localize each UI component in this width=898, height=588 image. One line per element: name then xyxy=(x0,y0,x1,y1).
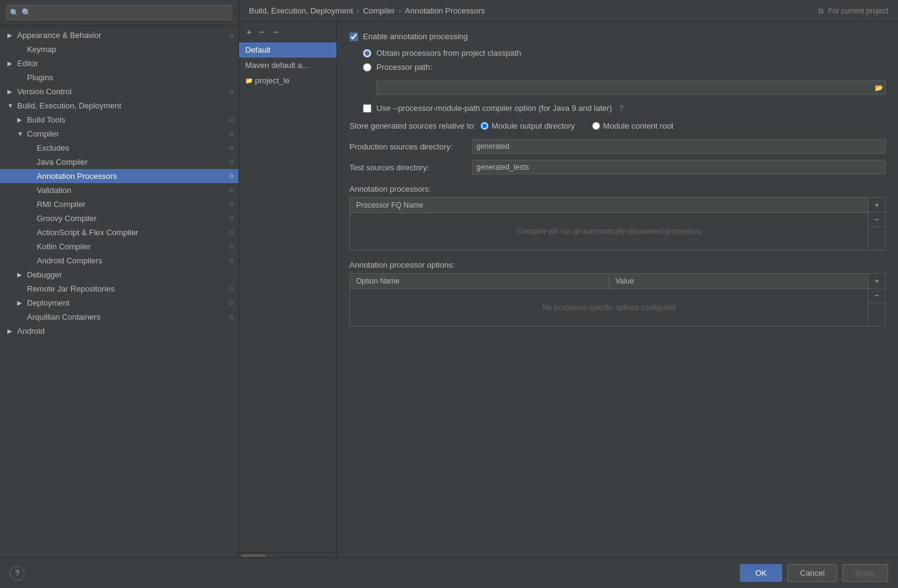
processor-path-text: Processor path: xyxy=(376,62,432,72)
copy-icon: ⧉ xyxy=(229,159,234,166)
store-sources-row: Store generated sources relative to: Mod… xyxy=(349,121,886,130)
module-path-row: Use --processor-module-path compiler opt… xyxy=(363,104,886,113)
sidebar-item-android[interactable]: ▶ Android xyxy=(0,324,238,338)
sidebar-item-label: Android xyxy=(17,326,45,336)
processor-fq-name-header: Processor FQ Name xyxy=(350,198,868,213)
sidebar-item-label: Validation xyxy=(37,186,71,195)
annotation-options-section-label: Annotation processor options: xyxy=(349,260,886,270)
search-input[interactable] xyxy=(6,5,232,20)
profile-list: Default Maven default a... 📁 project_le xyxy=(239,42,337,552)
profile-toolbar: + − → xyxy=(239,22,337,42)
module-path-checkbox[interactable] xyxy=(363,104,371,113)
browse-icon: 📂 xyxy=(875,84,883,92)
sidebar-item-version-control[interactable]: ▶ Version Control ⧉ xyxy=(0,85,238,99)
table-empty-msg: Compiler will run all automatically disc… xyxy=(507,217,711,246)
sidebar-item-remote-jar[interactable]: Remote Jar Repositories ⧉ xyxy=(0,282,238,296)
sidebar-item-validation[interactable]: Validation ⧉ xyxy=(0,183,238,197)
processor-path-radio[interactable] xyxy=(363,63,371,72)
add-processor-button[interactable]: + xyxy=(869,198,885,213)
sidebar-item-rmi-compiler[interactable]: RMI Compiler ⧉ xyxy=(0,197,238,211)
breadcrumb-item-2[interactable]: Compiler xyxy=(363,6,395,15)
annotation-processors-section-label: Annotation processors: xyxy=(349,184,886,194)
apply-button[interactable]: Apply xyxy=(842,564,888,582)
arrow-icon: ▶ xyxy=(17,271,25,278)
module-output-radio[interactable] xyxy=(481,122,489,130)
arrow-icon: ▶ xyxy=(17,116,25,123)
obtain-classpath-radio[interactable] xyxy=(363,49,371,58)
profile-scrollbar xyxy=(239,552,337,557)
sidebar-item-build-exec-deploy[interactable]: ▼ Build, Execution, Deployment xyxy=(0,99,238,113)
sidebar-item-label: ActionScript & Flex Compiler xyxy=(37,228,138,237)
sidebar-item-plugins[interactable]: Plugins xyxy=(0,70,238,85)
obtain-classpath-text: Obtain processors from project classpath xyxy=(376,48,521,58)
sidebar-item-actionscript-compiler[interactable]: ActionScript & Flex Compiler ⧉ xyxy=(0,225,238,239)
copy-icon: ⧉ xyxy=(229,285,234,293)
sidebar-tree: ▶ Appearance & Behavior ⧉ Keymap ▶ Edito… xyxy=(0,26,238,557)
remove-option-button[interactable]: − xyxy=(869,288,885,303)
breadcrumb-item-1[interactable]: Build, Execution, Deployment xyxy=(249,6,353,15)
profile-item-label: project_le xyxy=(255,76,289,85)
profile-item-project[interactable]: 📁 project_le xyxy=(239,73,337,88)
sidebar-item-label: Excludes xyxy=(37,143,69,153)
help-icon: ? xyxy=(619,104,623,113)
bottom-right: OK Cancel Apply xyxy=(740,564,888,582)
sidebar: 🔍 ▶ Appearance & Behavior ⧉ Keymap xyxy=(0,0,239,557)
sidebar-item-kotlin-compiler[interactable]: Kotlin Compiler ⧉ xyxy=(0,239,238,254)
profile-item-default[interactable]: Default xyxy=(239,42,337,58)
remove-profile-button[interactable]: − xyxy=(256,26,266,38)
table-actions: + − xyxy=(868,198,885,250)
sidebar-item-editor[interactable]: ▶ Editor xyxy=(0,56,238,70)
bottom-bar: ? OK Cancel Apply xyxy=(0,557,898,588)
for-project-label: ⧉ For current project xyxy=(818,7,888,15)
copy-icon: ⧉ xyxy=(229,32,234,39)
test-sources-input[interactable] xyxy=(472,160,886,175)
search-wrapper: 🔍 xyxy=(6,5,232,20)
search-icon: 🔍 xyxy=(10,9,19,17)
options-table-body: No processor-specific options configured xyxy=(350,289,868,326)
copy-icon: ⧉ xyxy=(229,88,234,96)
sidebar-item-android-compilers[interactable]: Android Compilers ⧉ xyxy=(0,254,238,268)
production-sources-row: Production sources directory: xyxy=(349,139,886,154)
production-sources-label: Production sources directory: xyxy=(349,142,472,151)
breadcrumb: Build, Execution, Deployment › Compiler … xyxy=(249,6,485,15)
sidebar-item-label: Remote Jar Repositories xyxy=(27,284,115,293)
bottom-left: ? xyxy=(10,566,25,581)
sidebar-item-build-tools[interactable]: ▶ Build Tools ⧉ xyxy=(0,113,238,127)
production-sources-input[interactable] xyxy=(472,139,886,154)
sidebar-item-deployment[interactable]: ▶ Deployment ⧉ xyxy=(0,296,238,310)
path-input-wrap: 📂 xyxy=(376,80,886,95)
profile-item-maven[interactable]: Maven default a... xyxy=(239,58,337,73)
sidebar-item-java-compiler[interactable]: Java Compiler ⧉ xyxy=(0,155,238,169)
sidebar-item-label: Keymap xyxy=(27,45,56,54)
enable-annotation-checkbox[interactable] xyxy=(349,32,358,41)
help-button[interactable]: ? xyxy=(10,566,25,581)
sidebar-item-compiler[interactable]: ▼ Compiler ⧉ xyxy=(0,127,238,141)
obtain-classpath-label[interactable]: Obtain processors from project classpath xyxy=(363,48,886,58)
processor-path-label[interactable]: Processor path: xyxy=(363,62,886,72)
module-content-radio[interactable] xyxy=(592,122,600,130)
option-name-header: Option Name xyxy=(350,274,609,288)
sidebar-item-debugger[interactable]: ▶ Debugger xyxy=(0,268,238,282)
sidebar-item-appearance[interactable]: ▶ Appearance & Behavior ⧉ xyxy=(0,28,238,42)
cancel-button[interactable]: Cancel xyxy=(787,564,837,582)
arrow-icon: ▼ xyxy=(17,130,25,137)
sidebar-item-arquillian[interactable]: Arquillian Containers ⧉ xyxy=(0,310,238,324)
copy-icon: ⧉ xyxy=(229,187,234,194)
add-profile-button[interactable]: + xyxy=(244,26,254,38)
sidebar-item-annotation-processors[interactable]: Annotation Processors ⧉ xyxy=(0,169,238,183)
module-content-option[interactable]: Module content root xyxy=(592,121,674,130)
arrow-icon: ▶ xyxy=(7,88,15,95)
ok-button[interactable]: OK xyxy=(740,564,782,582)
add-option-button[interactable]: + xyxy=(869,274,885,288)
sidebar-item-groovy-compiler[interactable]: Groovy Compiler ⧉ xyxy=(0,211,238,225)
settings-panel: Enable annotation processing Obtain proc… xyxy=(337,22,898,557)
module-output-option[interactable]: Module output directory xyxy=(481,121,575,130)
module-path-text: Use --processor-module-path compiler opt… xyxy=(376,104,612,113)
move-profile-button[interactable]: → xyxy=(268,26,282,38)
remove-processor-button[interactable]: − xyxy=(869,213,885,227)
processor-path-input[interactable] xyxy=(376,80,886,95)
enable-annotation-label[interactable]: Enable annotation processing xyxy=(349,32,468,41)
sidebar-item-label: Java Compiler xyxy=(37,157,88,167)
sidebar-item-keymap[interactable]: Keymap xyxy=(0,42,238,56)
sidebar-item-excludes[interactable]: Excludes ⧉ xyxy=(0,141,238,155)
